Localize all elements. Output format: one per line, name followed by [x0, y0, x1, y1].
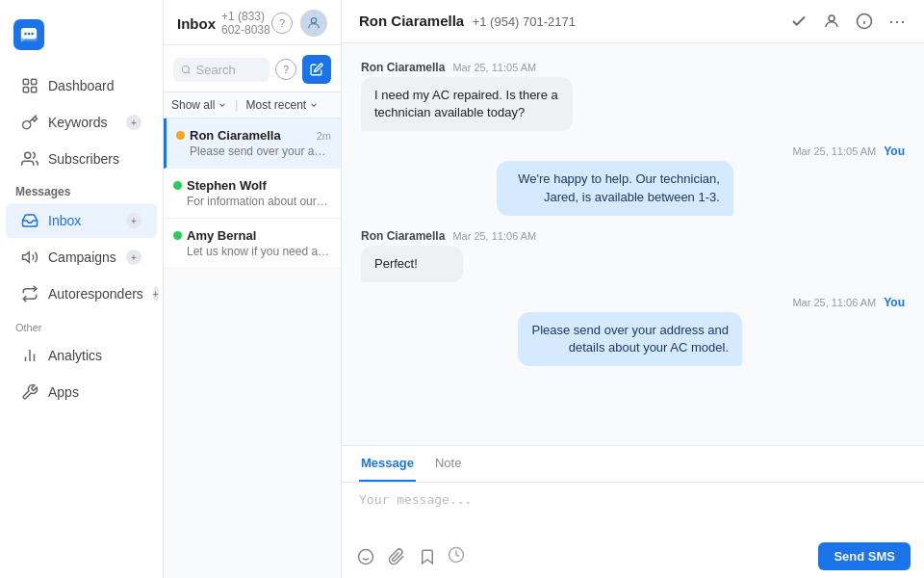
campaigns-badge: + [126, 250, 141, 265]
autoresponders-badge: + [153, 286, 159, 302]
svg-point-17 [829, 15, 834, 21]
keywords-badge: + [126, 115, 141, 130]
sidebar-item-label: Campaigns [48, 250, 116, 265]
most-recent-dropdown[interactable]: Most recent [245, 98, 319, 112]
send-button[interactable]: Send SMS [818, 542, 911, 570]
filter-bar: Show all | Most recent [164, 92, 341, 118]
sidebar-item-subscribers[interactable]: Subscribers [6, 142, 157, 176]
message-bubble: I need my AC repaired. Is there a techni… [361, 77, 573, 131]
svg-point-21 [359, 549, 373, 564]
sidebar-item-label: Inbox [48, 213, 81, 228]
analytics-icon [21, 347, 38, 364]
svg-point-14 [311, 18, 316, 23]
compose-tabs: Message Note [342, 446, 924, 483]
compose-toolbar: Send SMS [342, 537, 924, 578]
svg-rect-8 [32, 88, 37, 92]
sidebar-item-label: Dashboard [48, 78, 115, 93]
compose-button[interactable] [302, 55, 331, 84]
emoji-button[interactable] [355, 546, 376, 567]
search-bar: ? [164, 45, 341, 92]
message-sender: Mar 25, 11:05 AM You [497, 144, 905, 158]
filter-separator: | [235, 98, 238, 112]
autoresponders-icon [21, 285, 38, 302]
search-help-button[interactable]: ? [275, 59, 296, 80]
message-sender: Ron Ciaramella Mar 25, 11:06 AM [361, 229, 536, 243]
inbox-icon [21, 212, 38, 229]
message-sender: Ron Ciaramella Mar 25, 11:05 AM [361, 61, 726, 74]
resolve-button[interactable] [789, 12, 808, 31]
schedule-button[interactable] [448, 546, 465, 567]
svg-rect-7 [23, 88, 28, 92]
message-bubble: We're happy to help. Our technician, Jar… [497, 161, 733, 215]
more-options-button[interactable]: ⋯ [887, 12, 907, 31]
svg-rect-5 [23, 79, 28, 84]
chat-contact-info: Ron Ciaramella +1 (954) 701-2171 [359, 13, 576, 30]
sidebar-item-dashboard[interactable]: Dashboard [6, 68, 157, 103]
search-wrapper[interactable] [173, 58, 270, 82]
chat-header: Ron Ciaramella +1 (954) 701-2171 ⋯ [342, 0, 924, 43]
sidebar-item-label: Autoresponders [48, 286, 143, 302]
svg-point-2 [24, 33, 27, 36]
status-dot [173, 231, 182, 240]
svg-point-3 [28, 33, 31, 36]
search-icon [181, 64, 192, 76]
sidebar: Dashboard Keywords + Subscribers Message… [0, 0, 164, 578]
other-section-label: Other [0, 312, 163, 337]
conversation-item[interactable]: Ron Ciaramella 2m Please send over your … [164, 118, 341, 169]
sidebar-item-apps[interactable]: Apps [6, 375, 157, 409]
message-row: Ron Ciaramella Mar 25, 11:05 AM I need m… [361, 61, 905, 131]
status-dot [176, 131, 185, 140]
key-icon [21, 114, 38, 131]
show-all-dropdown[interactable]: Show all [171, 98, 227, 112]
sidebar-item-keywords[interactable]: Keywords + [6, 105, 157, 140]
sidebar-item-campaigns[interactable]: Campaigns + [6, 240, 157, 275]
message-sender: Mar 25, 11:06 AM You [518, 296, 905, 309]
conversation-list-panel: Inbox +1 (833) 602-8038 ? ? Show all | M… [164, 0, 342, 578]
svg-rect-6 [32, 79, 37, 84]
compose-input-area [342, 483, 924, 537]
sidebar-item-label: Keywords [48, 115, 107, 130]
inbox-badge: + [126, 213, 141, 228]
attachment-button[interactable] [386, 546, 407, 567]
conversation-item[interactable]: Amy Bernal Let us know if you need anyth… [164, 219, 341, 269]
user-icon [21, 150, 38, 168]
help-icon[interactable]: ? [271, 13, 293, 34]
message-row: Mar 25, 11:05 AM You We're happy to help… [361, 144, 905, 215]
tab-message[interactable]: Message [359, 446, 416, 482]
contact-profile-button[interactable] [822, 12, 841, 31]
compose-input[interactable] [359, 492, 907, 527]
app-logo[interactable] [0, 12, 163, 67]
svg-point-15 [182, 66, 189, 72]
inbox-title: Inbox +1 (833) 602-8038 [177, 10, 271, 37]
campaigns-icon [21, 249, 38, 266]
message-bubble: Perfect! [361, 246, 463, 282]
tab-note[interactable]: Note [433, 446, 463, 482]
message-bubble: Please send over your address and detail… [518, 312, 742, 366]
chevron-down-icon [218, 100, 227, 110]
sidebar-item-label: Subscribers [48, 151, 119, 167]
status-dot [173, 181, 182, 190]
messages-area: Ron Ciaramella Mar 25, 11:05 AM I need m… [342, 43, 924, 445]
dashboard-icon [21, 77, 38, 94]
sidebar-item-inbox[interactable]: Inbox + [6, 203, 157, 238]
chat-area: Ron Ciaramella +1 (954) 701-2171 ⋯ Ron C… [342, 0, 924, 578]
chat-header-actions: ⋯ [789, 12, 907, 31]
conversation-list: Ron Ciaramella 2m Please send over your … [164, 118, 341, 578]
apps-icon [21, 383, 38, 401]
search-input[interactable] [196, 63, 262, 77]
sidebar-item-analytics[interactable]: Analytics [6, 338, 157, 373]
chevron-down-icon [309, 100, 319, 110]
info-button[interactable] [855, 12, 874, 31]
svg-marker-10 [23, 252, 30, 263]
message-row: Ron Ciaramella Mar 25, 11:06 AM Perfect! [361, 229, 905, 282]
svg-point-9 [25, 152, 31, 158]
messages-section-label: Messages [0, 177, 163, 202]
avatar[interactable] [300, 10, 327, 37]
bookmark-button[interactable] [417, 546, 438, 567]
conversation-item[interactable]: Stephen Wolf For information about our r… [164, 169, 341, 219]
message-row: Mar 25, 11:06 AM You Please send over yo… [361, 296, 905, 366]
svg-line-16 [188, 71, 190, 73]
sidebar-item-autoresponders[interactable]: Autoresponders + [6, 276, 157, 311]
svg-point-4 [31, 33, 34, 36]
sidebar-item-label: Analytics [48, 348, 102, 363]
